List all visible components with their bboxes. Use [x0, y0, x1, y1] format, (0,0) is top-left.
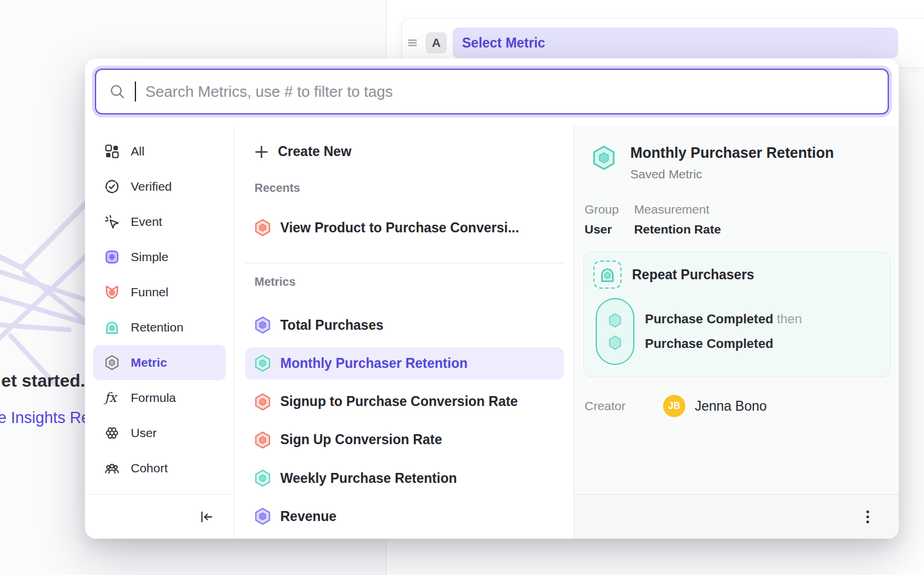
sidebar-item-event[interactable]: Event	[93, 204, 226, 239]
sidebar-item-cohort[interactable]: Cohort	[93, 451, 226, 486]
metric-list-item[interactable]: Total Purchases	[245, 309, 564, 341]
create-new-button[interactable]: Create New	[245, 135, 564, 168]
recent-metric-item[interactable]: View Product to Purchase Conversi...	[245, 212, 564, 244]
sidebar-item-verified[interactable]: Verified	[93, 169, 226, 204]
event-steps: Purchase Completed then Purchase Complet…	[645, 298, 802, 365]
detail-header: Monthly Purchaser Retention Saved Metric	[590, 144, 887, 181]
formula-fx-icon: ƒx	[104, 390, 120, 406]
funnel-icon	[104, 284, 120, 300]
search-bar-container: Search Metrics, use # to filter to tags	[85, 59, 899, 117]
event-hexagon-icon	[606, 312, 624, 329]
text-cursor	[135, 82, 136, 102]
sidebar-item-user[interactable]: User	[93, 415, 226, 451]
metric-hexagon-icon	[253, 393, 272, 411]
search-icon	[109, 83, 125, 100]
recents-heading: Recents	[254, 178, 573, 199]
metric-list-item[interactable]: Signup to Purchase Conversion Rate	[245, 385, 564, 418]
group-label: Group	[585, 202, 619, 217]
sidebar-item-funnel[interactable]: Funnel	[93, 275, 226, 310]
metrics-heading: Metrics	[254, 272, 573, 293]
detail-meta: Group User Measurement Retention Rate	[585, 202, 887, 236]
plus-icon	[253, 144, 270, 160]
metric-list-column: Create New Recents View Product to Purch…	[235, 126, 573, 539]
cursor-click-icon	[104, 214, 120, 230]
cohort-people-icon	[104, 460, 120, 476]
definition-card-title: Repeat Purchasers	[632, 267, 754, 283]
event-sequence-capsule	[596, 298, 634, 365]
collapse-sidebar-icon[interactable]	[199, 509, 214, 525]
creator-row: Creator JB Jenna Bono	[585, 395, 887, 417]
group-meta: Group User	[585, 202, 619, 236]
verified-badge-icon	[104, 178, 120, 195]
search-input[interactable]: Search Metrics, use # to filter to tags	[95, 69, 889, 114]
user-cluster-icon	[104, 425, 120, 441]
arch-hexagon-icon	[598, 265, 617, 284]
measurement-meta: Measurement Retention Rate	[634, 202, 721, 236]
creator-avatar: JB	[663, 395, 685, 417]
group-value: User	[585, 222, 619, 236]
metric-hexagon-icon	[253, 316, 272, 334]
metric-detail-panel: Monthly Purchaser Retention Saved Metric…	[573, 126, 899, 539]
sidebar-item-all[interactable]: All	[93, 134, 226, 169]
sidebar-footer	[85, 494, 234, 539]
svg-text:ƒx: ƒx	[104, 390, 118, 405]
metric-hexagon-icon	[253, 469, 272, 488]
metric-hexagon-icon	[253, 507, 272, 526]
sidebar-item-metric[interactable]: Metric	[93, 345, 226, 380]
sidebar-item-retention[interactable]: Retention	[93, 310, 226, 345]
metric-list-item[interactable]: Weekly Purchase Retention	[245, 462, 564, 495]
grid-icon	[104, 143, 120, 160]
metric-hexagon-icon	[104, 354, 120, 371]
insights-report-link[interactable]: e Insights Re	[0, 409, 90, 427]
measurement-label: Measurement	[634, 202, 721, 217]
simple-metric-icon	[104, 249, 120, 265]
detail-title: Monthly Purchaser Retention	[630, 144, 834, 161]
metric-list-item-selected[interactable]: Monthly Purchaser Retention	[245, 347, 564, 380]
detail-footer	[574, 494, 899, 539]
measurement-value: Retention Rate	[634, 222, 721, 236]
sidebar-item-formula[interactable]: ƒx Formula	[93, 380, 226, 415]
retention-icon	[104, 319, 120, 336]
metric-hexagon-icon	[253, 354, 272, 373]
metric-list-item[interactable]: Revenue	[245, 500, 564, 533]
list-divider	[245, 263, 564, 263]
detail-subtitle: Saved Metric	[630, 167, 834, 181]
category-sidebar: All Verified Event	[85, 126, 235, 539]
query-letter-badge[interactable]: A	[426, 32, 447, 53]
step-2: Purchase Completed	[645, 336, 802, 351]
drag-handle-icon[interactable]	[407, 36, 420, 50]
funnel-metric-hexagon-icon	[253, 218, 272, 237]
kebab-menu-icon[interactable]	[860, 508, 875, 526]
select-metric-button[interactable]: Select Metric	[453, 28, 898, 58]
creator-label: Creator	[585, 399, 663, 413]
step-1: Purchase Completed then	[645, 312, 802, 327]
retention-cohort-icon	[593, 261, 621, 289]
definition-card-body: Purchase Completed then Purchase Complet…	[593, 298, 881, 365]
event-hexagon-icon	[606, 334, 624, 351]
get-started-heading: et started.	[1, 371, 85, 391]
metric-definition-card: Repeat Purchasers Purchase Completed	[583, 252, 891, 377]
metric-list-item[interactable]: Sign Up Conversion Rate	[245, 424, 564, 456]
metric-hexagon-icon	[253, 431, 272, 449]
then-connector: then	[777, 312, 802, 326]
metric-selector-dialog: Search Metrics, use # to filter to tags …	[85, 59, 899, 539]
definition-card-header: Repeat Purchasers	[593, 261, 881, 289]
sidebar-item-simple[interactable]: Simple	[93, 239, 226, 275]
creator-name: Jenna Bono	[695, 398, 767, 414]
saved-metric-hexagon-icon	[590, 144, 617, 171]
search-placeholder: Search Metrics, use # to filter to tags	[145, 83, 393, 101]
